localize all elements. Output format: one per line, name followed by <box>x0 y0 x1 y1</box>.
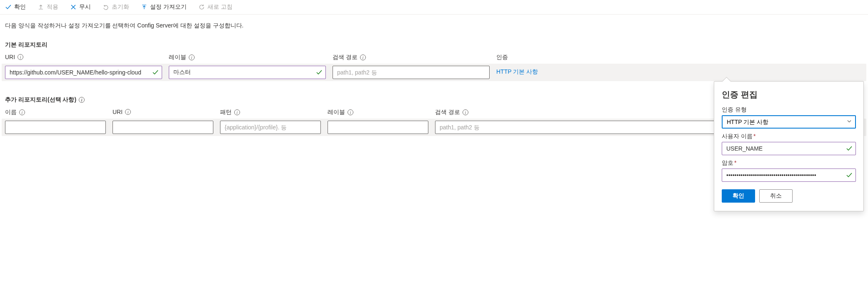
search-path-input[interactable] <box>333 66 490 79</box>
info-icon[interactable]: i <box>79 97 85 103</box>
username-label: 사용자 이름* <box>722 133 856 140</box>
toolbar-label: 적용 <box>47 3 58 11</box>
popup-title: 인증 편집 <box>722 89 856 100</box>
username-input[interactable] <box>722 142 856 144</box>
info-icon[interactable]: i <box>18 54 23 60</box>
default-repo-title: 기본 리포지토리 <box>5 41 863 49</box>
info-icon[interactable]: i <box>360 55 366 60</box>
reset-button[interactable]: 초기화 <box>103 3 129 11</box>
undo-icon <box>103 4 109 10</box>
default-repo-headers: URI i 레이블 i 검색 경로 i 인증 <box>5 54 863 61</box>
header-label: URI <box>5 54 15 60</box>
label-input[interactable] <box>169 66 326 79</box>
name-header: 이름 i <box>5 109 106 116</box>
toolbar-label: 새로 고침 <box>208 3 233 11</box>
import-icon <box>141 4 148 10</box>
refresh-button[interactable]: 새로 고침 <box>198 3 233 11</box>
header-label: 검색 경로 <box>435 109 460 116</box>
toolbar-label: 설정 가져오기 <box>150 3 187 11</box>
discard-button[interactable]: 무시 <box>70 3 91 11</box>
refresh-icon <box>198 4 205 10</box>
auth-link[interactable]: HTTP 기본 사항 <box>496 66 538 76</box>
search-path-header: 검색 경로 i <box>333 54 490 61</box>
close-icon <box>70 4 77 10</box>
check-icon <box>5 4 12 10</box>
header-label: 패턴 <box>220 109 232 116</box>
header-label: 검색 경로 <box>333 54 358 61</box>
header-label: 이름 <box>5 109 17 116</box>
info-icon[interactable]: i <box>234 109 240 115</box>
header-label: 레이블 <box>328 109 345 116</box>
info-icon[interactable]: i <box>19 109 25 115</box>
header-label: 레이블 <box>169 54 186 61</box>
uri-input[interactable] <box>113 121 213 134</box>
check-icon <box>316 69 323 76</box>
auth-edit-popup: 인증 편집 인증 유형 HTTP 기본 사항 사용자 이름* 암호* <box>714 81 864 144</box>
toolbar-label: 초기화 <box>112 3 129 11</box>
upload-icon <box>38 4 44 10</box>
toolbar-label: 확인 <box>14 3 26 11</box>
info-icon[interactable]: i <box>189 55 195 60</box>
pattern-input[interactable] <box>220 121 321 134</box>
auth-header: 인증 <box>496 54 863 61</box>
header-label: 인증 <box>496 54 508 61</box>
auth-type-select[interactable]: HTTP 기본 사항 <box>722 115 856 129</box>
info-icon[interactable]: i <box>125 109 131 115</box>
toolbar-label: 무시 <box>79 3 91 11</box>
label-input[interactable] <box>328 121 428 134</box>
label-header: 레이블 i <box>328 109 428 116</box>
section-label: 추가 리포지토리(선택 사항) <box>5 96 76 104</box>
check-icon <box>152 69 159 76</box>
required-indicator: * <box>753 133 755 139</box>
uri-header: URI i <box>113 109 213 115</box>
import-settings-button[interactable]: 설정 가져오기 <box>141 3 187 11</box>
toolbar: 확인 적용 무시 초기화 설정 가져오기 새로 고침 <box>0 0 868 15</box>
label-text: 사용자 이름 <box>722 133 753 139</box>
name-input[interactable] <box>5 121 106 134</box>
pattern-header: 패턴 i <box>220 109 321 116</box>
auth-type-label: 인증 유형 <box>722 106 856 114</box>
header-label: URI <box>113 109 123 115</box>
apply-button[interactable]: 적용 <box>38 3 58 11</box>
confirm-button[interactable]: 확인 <box>5 3 26 11</box>
info-icon[interactable]: i <box>348 109 353 115</box>
uri-header: URI i <box>5 54 162 60</box>
info-icon[interactable]: i <box>463 109 468 115</box>
uri-input[interactable] <box>5 66 162 79</box>
label-header: 레이블 i <box>169 54 326 61</box>
description-text: 다음 양식을 작성하거나 설정 가져오기를 선택하여 Config Server… <box>5 22 863 30</box>
default-repo-row: HTTP 기본 사항 <box>2 64 866 81</box>
